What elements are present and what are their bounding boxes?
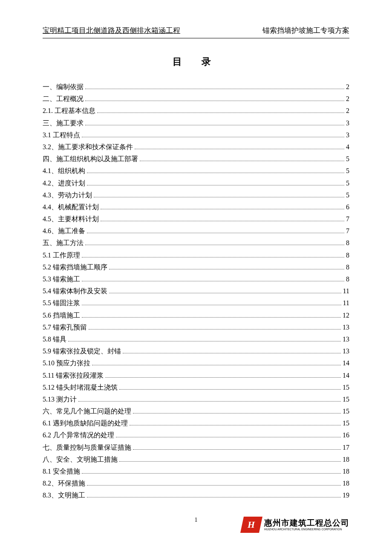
toc-leader-dots: [85, 95, 344, 101]
toc-entry-page: 4: [346, 141, 349, 153]
toc-entry-page: 5: [346, 189, 349, 201]
toc-entry-label: 2.1. 工程基本信息: [43, 105, 95, 116]
toc-entry: 5.5 锚固注浆11: [43, 297, 349, 309]
toc-entry-label: 3.1 工程特点: [43, 129, 80, 141]
toc-entry-page: 13: [343, 345, 349, 357]
toc-entry: 5.11 锚索张拉段灌浆14: [43, 370, 349, 381]
toc-entry: 5.2 锚索挡墙施工顺序8: [43, 261, 349, 273]
toc-entry-page: 16: [343, 429, 349, 441]
toc-entry-page: 15: [343, 393, 349, 405]
toc-leader-dots: [87, 480, 341, 486]
toc-entry: 4.2、进度计划5: [43, 177, 349, 189]
toc-entry: 二、工程概况2: [43, 93, 349, 104]
toc-leader-dots: [89, 324, 341, 330]
toc-entry-page: 8: [346, 237, 349, 249]
toc-entry: 6.2 几个异常情况的处理16: [43, 429, 349, 441]
toc-entry-page: 2: [346, 105, 349, 116]
toc-leader-dots: [140, 155, 344, 161]
toc-leader-dots: [82, 275, 344, 281]
toc-entry: 四、施工组织机构以及施工部署5: [43, 153, 349, 165]
toc-entry-label: 5.12 锚头封堵混凝土浇筑: [43, 382, 118, 393]
toc-leader-dots: [82, 251, 344, 257]
toc-entry-page: 6: [346, 201, 349, 213]
toc-entry-label: 8.3、文明施工: [43, 489, 85, 501]
toc-leader-dots: [101, 203, 344, 209]
toc-entry-page: 3: [346, 129, 349, 141]
toc-entry-page: 2: [346, 93, 349, 104]
toc-entry: 5.13 测力计15: [43, 393, 349, 405]
toc-entry-page: 11: [343, 297, 349, 309]
toc-entry-label: 5.8 锚具: [43, 333, 66, 345]
toc-leader-dots: [94, 191, 344, 197]
toc-entry-label: 8.2、环保措施: [43, 477, 85, 489]
toc-entry-page: 7: [346, 225, 349, 237]
toc-entry-label: 3.2、施工要求和技术保证条件: [43, 141, 133, 153]
toc-entry: 6.1 遇到地质缺陷问题的处理15: [43, 417, 349, 429]
logo-letter: H: [248, 519, 255, 530]
toc-entry: 4.6、施工准备7: [43, 225, 349, 237]
toc-entry: 8.2、环保措施18: [43, 477, 349, 489]
toc-entry-label: 4.1、组织机构: [43, 165, 85, 176]
company-text-block: 惠州市建筑工程总公司 HUIZHOU ARCHITECTURAL ENGINEE…: [264, 519, 349, 531]
toc-leader-dots: [68, 335, 341, 341]
page-header: 宝明精工项目北侧道路及西侧排水箱涵工程 锚索挡墙护坡施工专项方案: [43, 26, 349, 38]
toc-entry: 五、施工方法8: [43, 237, 349, 249]
toc-entry: 六、常见几个施工问题的处理15: [43, 405, 349, 417]
toc-entry-page: 7: [346, 213, 349, 225]
toc-entry-page: 14: [343, 370, 349, 381]
toc-leader-dots: [85, 119, 344, 125]
toc-entry-label: 5.3 锚索施工: [43, 273, 80, 285]
toc-entry-page: 15: [343, 382, 349, 393]
toc-entry-label: 七、质量控制与质量保证措施: [43, 442, 131, 453]
table-of-contents: 一、编制依据2二、工程概况22.1. 工程基本信息2三、施工要求33.1 工程特…: [43, 81, 349, 501]
header-right-title: 锚索挡墙护坡施工专项方案: [262, 26, 349, 35]
company-branding: H 惠州市建筑工程总公司 HUIZHOU ARCHITECTURAL ENGIN…: [242, 517, 349, 533]
toc-entry: 5.6 挡墙施工12: [43, 309, 349, 321]
company-name-en: HUIZHOU ARCHITECTURAL ENGINEERING CORPOR…: [264, 528, 349, 531]
toc-entry-label: 4.4、机械配置计划: [43, 201, 99, 213]
toc-leader-dots: [82, 312, 341, 318]
toc-leader-dots: [92, 360, 341, 366]
toc-entry: 3.2、施工要求和技术保证条件4: [43, 141, 349, 153]
toc-entry: 5.3 锚索施工8: [43, 273, 349, 285]
toc-leader-dots: [130, 419, 341, 425]
toc-entry: 8.3、文明施工19: [43, 489, 349, 501]
header-left-title: 宝明精工项目北侧道路及西侧排水箱涵工程: [43, 26, 180, 35]
toc-entry-label: 6.2 几个异常情况的处理: [43, 429, 114, 441]
toc-entry-label: 5.4 锚索体制作及安装: [43, 285, 107, 297]
toc-leader-dots: [133, 408, 341, 413]
toc-entry-label: 8.1 安全措施: [43, 465, 80, 477]
toc-entry-page: 8: [346, 273, 349, 285]
toc-leader-dots: [119, 456, 341, 462]
toc-entry-page: 14: [343, 357, 349, 369]
company-name-cn: 惠州市建筑工程总公司: [264, 519, 349, 528]
toc-entry: 4.3、劳动力计划5: [43, 189, 349, 201]
toc-entry-label: 5.9 锚索张拉及锁定、封锚: [43, 345, 121, 357]
toc-entry-page: 18: [343, 465, 349, 477]
toc-entry: 七、质量控制与质量保证措施17: [43, 442, 349, 453]
toc-entry: 3.1 工程特点3: [43, 129, 349, 141]
toc-entry-page: 15: [343, 405, 349, 417]
toc-entry: 4.4、机械配置计划6: [43, 201, 349, 213]
toc-leader-dots: [85, 83, 344, 89]
toc-leader-dots: [87, 179, 344, 185]
toc-entry-page: 5: [346, 177, 349, 189]
toc-leader-dots: [135, 143, 344, 149]
toc-leader-dots: [82, 300, 341, 306]
toc-entry-label: 4.5、主要材料计划: [43, 213, 99, 225]
toc-leader-dots: [97, 107, 344, 113]
toc-entry-label: 5.6 挡墙施工: [43, 309, 80, 321]
toc-entry-label: 5.1 工作原理: [43, 249, 80, 261]
toc-entry-page: 8: [346, 249, 349, 261]
toc-leader-dots: [123, 347, 341, 353]
toc-entry-label: 八、安全、文明施工措施: [43, 454, 118, 465]
toc-entry: 4.5、主要材料计划7: [43, 213, 349, 225]
toc-leader-dots: [87, 168, 344, 173]
toc-leader-dots: [109, 263, 344, 269]
toc-entry-label: 五、施工方法: [43, 237, 84, 249]
toc-entry-page: 17: [343, 442, 349, 453]
toc-entry-label: 4.2、进度计划: [43, 177, 85, 189]
toc-entry: 5.8 锚具13: [43, 333, 349, 345]
toc-entry: 5.7 锚索孔预留13: [43, 321, 349, 333]
toc-entry: 2.1. 工程基本信息2: [43, 105, 349, 116]
